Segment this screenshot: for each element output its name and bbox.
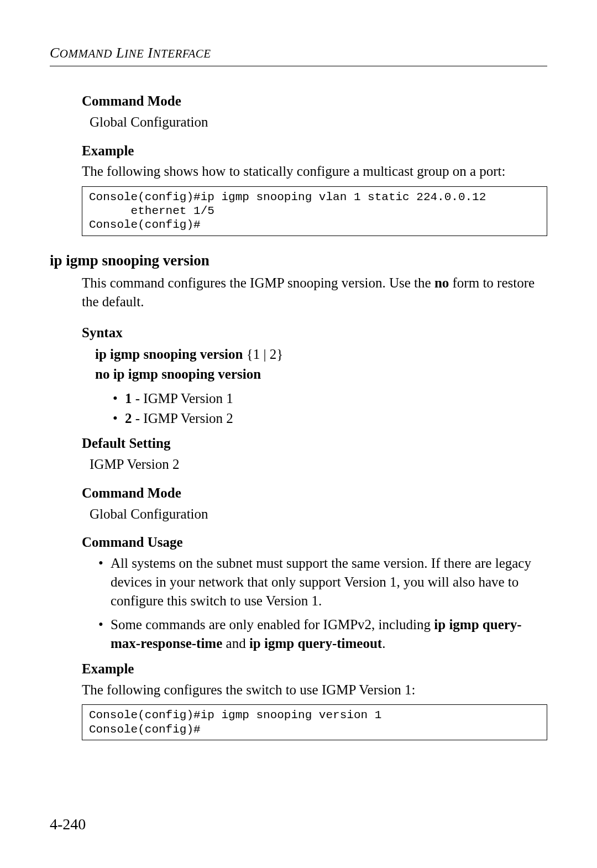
running-header-text: COMMAND LINE INTERFACE	[50, 45, 211, 61]
default-setting-value: IGMP Version 2	[90, 455, 547, 474]
header-rule	[50, 66, 547, 66]
command-description: This command configures the IGMP snoopin…	[82, 274, 547, 311]
desc-bold: no	[434, 275, 449, 290]
desc-pre: This command configures the IGMP snoopin…	[82, 275, 434, 290]
syntax-line-2: no ip igmp snooping version	[95, 365, 547, 384]
usage-item: Some commands are only enabled for IGMPv…	[98, 615, 547, 653]
example-heading-2: Example	[82, 660, 547, 678]
usage-list: All systems on the subnet must support t…	[98, 554, 547, 653]
usage-bold-2: ip igmp query-timeout	[249, 636, 382, 651]
syntax-args-1: {1 | 2}	[243, 347, 283, 362]
usage-pre: Some commands are only enabled for IGMPv…	[111, 617, 434, 632]
syntax-heading: Syntax	[82, 323, 547, 342]
syntax-cmd-1: ip igmp snooping version	[95, 347, 243, 362]
running-header: COMMAND LINE INTERFACE	[50, 43, 547, 62]
code-block-1: Console(config)#ip igmp snooping vlan 1 …	[82, 186, 547, 236]
command-title: ip igmp snooping version	[50, 250, 547, 270]
syntax-block: ip igmp snooping version {1 | 2} no ip i…	[95, 345, 547, 384]
command-mode-value-2: Global Configuration	[90, 505, 547, 524]
option-list: 1 - IGMP Version 1 2 - IGMP Version 2	[113, 389, 547, 428]
page-number: 4-240	[50, 814, 86, 835]
command-mode-value-1: Global Configuration	[90, 113, 547, 132]
command-mode-heading-2: Command Mode	[82, 484, 547, 503]
example-text-1: The following shows how to statically co…	[82, 162, 547, 181]
command-usage-heading: Command Usage	[82, 533, 547, 552]
default-setting-heading: Default Setting	[82, 434, 547, 453]
example-text-2: The following configures the switch to u…	[82, 681, 547, 699]
code-block-2: Console(config)#ip igmp snooping version…	[82, 704, 547, 740]
option-item: 1 - IGMP Version 1	[113, 389, 547, 408]
usage-item: All systems on the subnet must support t…	[98, 554, 547, 610]
usage-post: .	[382, 636, 385, 651]
usage-mid: and	[222, 636, 249, 651]
command-mode-heading-1: Command Mode	[82, 92, 547, 111]
option-key: 2	[125, 411, 132, 426]
option-item: 2 - IGMP Version 2	[113, 409, 547, 428]
usage-text: All systems on the subnet must support t…	[111, 556, 531, 608]
syntax-line-1: ip igmp snooping version {1 | 2}	[95, 345, 547, 364]
option-key: 1	[125, 391, 132, 406]
option-desc: - IGMP Version 1	[132, 391, 233, 406]
example-heading-1: Example	[82, 142, 547, 160]
option-desc: - IGMP Version 2	[132, 411, 233, 426]
